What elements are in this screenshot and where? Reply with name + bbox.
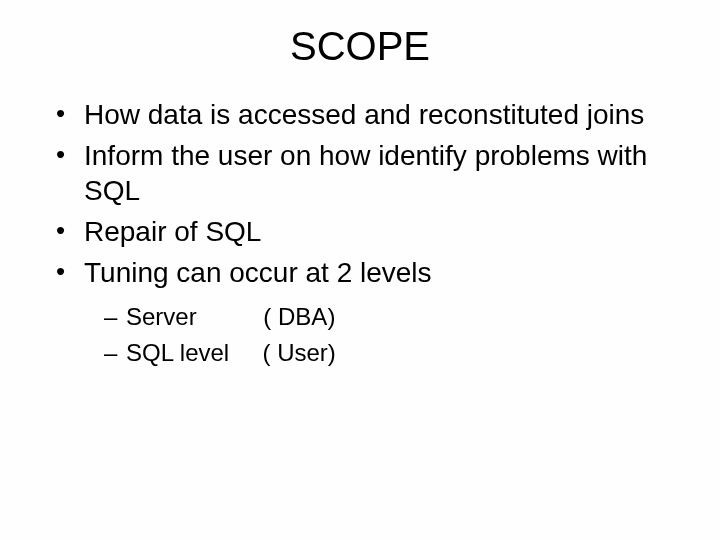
sub-bullet-item: Server ( DBA) xyxy=(104,300,680,334)
slide: SCOPE How data is accessed and reconstit… xyxy=(0,0,720,540)
sub-bullet-item: SQL level ( User) xyxy=(104,336,680,370)
slide-title: SCOPE xyxy=(40,24,680,69)
bullet-list: How data is accessed and reconstituted j… xyxy=(52,97,680,369)
bullet-item: How data is accessed and reconstituted j… xyxy=(52,97,680,132)
sub-bullet-list: Server ( DBA) SQL level ( User) xyxy=(104,300,680,369)
bullet-item: Tuning can occur at 2 levels Server ( DB… xyxy=(52,255,680,369)
bullet-text: Tuning can occur at 2 levels xyxy=(84,257,432,288)
bullet-item: Inform the user on how identify problems… xyxy=(52,138,680,208)
bullet-item: Repair of SQL xyxy=(52,214,680,249)
